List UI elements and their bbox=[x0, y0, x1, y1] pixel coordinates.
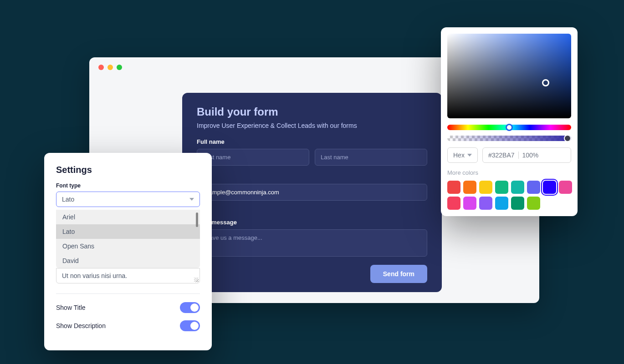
color-swatch-1[interactable] bbox=[463, 181, 476, 194]
color-picker-panel: Hex #322BA7 100% More colors bbox=[441, 27, 578, 216]
form-title: Build your form bbox=[197, 106, 427, 118]
swatch-grid bbox=[447, 181, 571, 210]
chevron-down-icon bbox=[467, 154, 472, 157]
color-swatch-3[interactable] bbox=[495, 181, 508, 194]
resize-handle-icon[interactable] bbox=[194, 278, 199, 282]
chevron-down-icon bbox=[189, 198, 194, 201]
settings-title: Settings bbox=[56, 165, 200, 175]
saturation-lightness-area[interactable] bbox=[447, 34, 571, 118]
alpha-fill bbox=[447, 136, 571, 141]
show-title-row: Show Title bbox=[56, 302, 200, 313]
form-builder-card: Build your form Improve User Experience … bbox=[182, 93, 442, 292]
message-label: Your message bbox=[197, 219, 427, 226]
color-swatch-2[interactable] bbox=[479, 181, 492, 194]
hex-input[interactable]: #322BA7 100% bbox=[482, 147, 571, 163]
firstname-input[interactable] bbox=[197, 149, 309, 166]
font-selected-value: Lato bbox=[62, 196, 74, 203]
divider bbox=[518, 152, 519, 159]
hex-value: #322BA7 bbox=[488, 152, 515, 159]
description-value: Ut non varius nisi urna. bbox=[62, 272, 127, 279]
alpha-slider[interactable] bbox=[447, 136, 571, 141]
color-swatch-10[interactable] bbox=[479, 197, 492, 210]
color-swatch-12[interactable] bbox=[511, 197, 524, 210]
color-swatch-5[interactable] bbox=[527, 181, 540, 194]
color-swatch-6[interactable] bbox=[543, 181, 556, 194]
color-swatch-9[interactable] bbox=[463, 197, 476, 210]
color-swatch-4[interactable] bbox=[511, 181, 524, 194]
send-form-button[interactable]: Send form bbox=[370, 265, 427, 283]
fullname-label: Full name bbox=[197, 138, 427, 145]
alpha-thumb[interactable] bbox=[564, 136, 571, 141]
color-swatch-0[interactable] bbox=[447, 181, 460, 194]
font-type-label: Font type bbox=[56, 182, 200, 189]
divider bbox=[56, 293, 200, 294]
font-option-lato[interactable]: Lato bbox=[56, 224, 200, 239]
font-option-ariel[interactable]: Ariel bbox=[56, 210, 200, 224]
color-swatch-7[interactable] bbox=[559, 181, 572, 194]
hue-slider[interactable] bbox=[447, 125, 571, 130]
more-colors-label: More colors bbox=[447, 169, 571, 176]
color-swatch-11[interactable] bbox=[495, 197, 508, 210]
alpha-value: 100% bbox=[522, 152, 539, 159]
maximize-window-icon[interactable] bbox=[117, 65, 122, 70]
font-dropdown: Ariel Lato Open Sans David bbox=[56, 210, 200, 268]
minimize-window-icon[interactable] bbox=[107, 65, 113, 70]
lastname-input[interactable] bbox=[315, 149, 427, 166]
color-swatch-8[interactable] bbox=[447, 197, 460, 210]
show-description-row: Show Description bbox=[56, 320, 200, 331]
font-type-select[interactable]: Lato bbox=[56, 192, 200, 207]
close-window-icon[interactable] bbox=[98, 65, 104, 70]
hue-thumb[interactable] bbox=[506, 124, 513, 131]
form-subtitle: Improve User Experience & Collect Leads … bbox=[197, 122, 427, 129]
color-mode-select[interactable]: Hex bbox=[447, 147, 478, 163]
show-title-label: Show Title bbox=[56, 304, 86, 311]
settings-panel: Settings Font type Lato Ariel Lato Open … bbox=[44, 153, 212, 350]
color-mode-value: Hex bbox=[453, 152, 465, 159]
font-option-david[interactable]: David bbox=[56, 253, 200, 268]
email-input[interactable] bbox=[197, 184, 427, 201]
message-textarea[interactable] bbox=[197, 229, 427, 257]
dropdown-scrollbar[interactable] bbox=[196, 212, 198, 227]
show-description-label: Show Description bbox=[56, 322, 106, 329]
show-title-toggle[interactable] bbox=[180, 302, 200, 313]
color-swatch-13[interactable] bbox=[527, 197, 540, 210]
font-option-opensans[interactable]: Open Sans bbox=[56, 239, 200, 253]
color-cursor[interactable] bbox=[542, 79, 549, 86]
show-description-toggle[interactable] bbox=[180, 320, 200, 331]
description-textarea[interactable]: Ut non varius nisi urna. bbox=[56, 268, 200, 283]
